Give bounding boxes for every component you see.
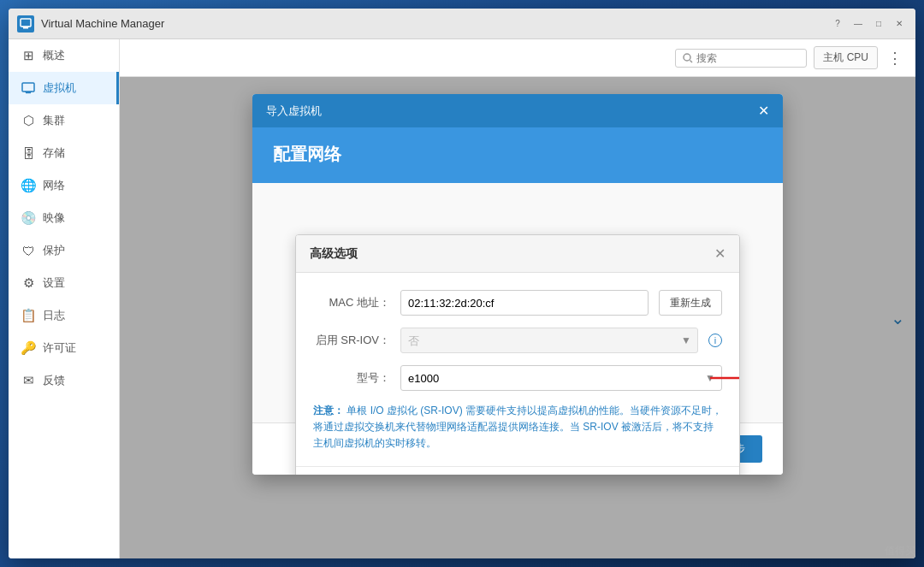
import-vm-dialog: 导入虚拟机 ✕ 配置网络 高级选项 ✕ (252, 94, 783, 475)
sidebar-item-vm[interactable]: 虚拟机 (9, 72, 119, 104)
svg-rect-3 (22, 83, 34, 92)
annotation-arrow (710, 368, 740, 388)
import-dialog-header: 导入虚拟机 ✕ (252, 94, 783, 127)
content-area: ⌄ 导入虚拟机 ✕ 配置网络 (120, 77, 915, 558)
sidebar-item-settings[interactable]: ⚙ 设置 (9, 267, 119, 299)
sidebar-label-feedback: 反馈 (43, 373, 65, 388)
sidebar-label-settings: 设置 (43, 275, 65, 291)
advanced-dialog-close-button[interactable]: ✕ (714, 245, 726, 262)
feedback-icon: ✉ (21, 373, 36, 388)
note-prefix: 注意： (313, 405, 344, 416)
mac-address-row: MAC 地址： 重新生成 (313, 290, 722, 316)
maximize-button[interactable]: □ (871, 16, 886, 32)
advanced-dialog-header: 高级选项 ✕ (296, 235, 739, 273)
sidebar-label-image: 映像 (43, 210, 65, 226)
model-select-wrapper: e1000 virtio ▼ (400, 365, 722, 391)
import-dialog-body: 高级选项 ✕ MAC 地址： 重新生成 (252, 183, 783, 422)
network-icon: 🌐 (21, 178, 36, 193)
sr-iov-label: 启用 SR-IOV： (313, 333, 390, 348)
sidebar-label-cluster: 集群 (43, 113, 65, 128)
sidebar-item-network[interactable]: 🌐 网络 (9, 169, 119, 202)
sr-iov-row: 启用 SR-IOV： 否 ▼ i (313, 328, 722, 353)
sidebar-item-feedback[interactable]: ✉ 反馈 (9, 364, 119, 397)
protection-icon: 🛡 (21, 243, 36, 258)
model-select[interactable]: e1000 virtio (400, 365, 722, 391)
log-icon: 📋 (21, 308, 36, 323)
sr-iov-select-wrapper: 否 ▼ (400, 328, 698, 353)
sidebar-item-protection[interactable]: 🛡 保护 (9, 234, 119, 267)
license-icon: 🔑 (21, 340, 36, 356)
sidebar-label-overview: 概述 (43, 48, 65, 63)
toolbar: 主机 CPU ⋮ (120, 39, 915, 77)
svg-rect-4 (26, 92, 31, 93)
minimize-button[interactable]: — (850, 16, 866, 32)
sidebar-label-log: 日志 (43, 308, 65, 323)
app-title: Virtual Machine Manager (41, 17, 830, 30)
note-text: 注意： 单根 I/O 虚拟化 (SR-IOV) 需要硬件支持以提高虚拟机的性能。… (313, 403, 722, 452)
search-box[interactable] (675, 49, 807, 68)
svg-point-6 (684, 54, 690, 61)
search-icon (683, 53, 693, 63)
regenerate-button[interactable]: 重新生成 (659, 290, 722, 316)
sr-iov-select[interactable]: 否 (400, 328, 698, 353)
advanced-options-dialog: 高级选项 ✕ MAC 地址： 重新生成 (295, 234, 740, 475)
vm-icon (21, 80, 36, 96)
mac-label: MAC 地址： (313, 295, 390, 310)
app-icon (17, 15, 34, 32)
sidebar-item-cluster[interactable]: ⬡ 集群 (9, 104, 119, 137)
sidebar-item-overview[interactable]: ⊞ 概述 (9, 39, 119, 72)
sidebar-item-license[interactable]: 🔑 许可证 (9, 332, 119, 364)
note-content: 单根 I/O 虚拟化 (SR-IOV) 需要硬件支持以提高虚拟机的性能。当硬件资… (313, 405, 722, 449)
storage-icon: 🗄 (21, 145, 36, 161)
image-icon: 💿 (21, 210, 36, 226)
import-dialog-close-button[interactable]: ✕ (758, 103, 769, 119)
sidebar-label-network: 网络 (43, 178, 65, 193)
sidebar-label-protection: 保护 (43, 243, 65, 258)
advanced-dialog-title: 高级选项 (310, 246, 358, 262)
model-select-inner: e1000 virtio ▼ (400, 365, 722, 391)
advanced-dialog-footer: 取消 确定 (296, 466, 739, 475)
svg-rect-0 (21, 19, 31, 27)
cluster-icon: ⬡ (21, 113, 36, 128)
window-controls: ? — □ ✕ (830, 16, 907, 32)
close-button[interactable]: ✕ (891, 16, 907, 32)
advanced-dialog-body: MAC 地址： 重新生成 启用 SR-IOV： 否 (296, 273, 739, 466)
svg-rect-1 (23, 27, 28, 29)
settings-icon: ⚙ (21, 275, 36, 291)
cpu-label: 主机 CPU (814, 46, 878, 69)
title-bar: Virtual Machine Manager ? — □ ✕ (9, 9, 915, 39)
svg-rect-5 (25, 92, 32, 92)
app-body: ⊞ 概述 虚拟机 ⬡ 集群 🗄 存储 (9, 39, 915, 558)
import-dialog-title: 导入虚拟机 (266, 103, 322, 119)
sidebar-item-image[interactable]: 💿 映像 (9, 202, 119, 234)
help-button[interactable]: ? (830, 16, 845, 32)
sidebar-label-license: 许可证 (43, 340, 76, 356)
sidebar-label-vm: 虚拟机 (43, 80, 76, 96)
more-options-button[interactable]: ⋮ (885, 48, 905, 68)
model-label: 型号： (313, 370, 390, 386)
sidebar: ⊞ 概述 虚拟机 ⬡ 集群 🗄 存储 (9, 39, 120, 558)
import-dialog-subtitle-text: 配置网络 (273, 145, 341, 163)
app-window: Virtual Machine Manager ? — □ ✕ ⊞ 概述 (9, 9, 915, 558)
import-dialog-subtitle: 配置网络 (252, 127, 783, 183)
svg-rect-2 (22, 27, 29, 27)
svg-line-7 (690, 60, 693, 62)
overview-icon: ⊞ (21, 48, 36, 63)
sidebar-item-log[interactable]: 📋 日志 (9, 299, 119, 332)
search-input[interactable] (696, 52, 799, 64)
sr-iov-info-icon[interactable]: i (708, 334, 722, 347)
main-content: 主机 CPU ⋮ ⌄ 导入虚拟机 ✕ 配置网络 (120, 39, 915, 558)
sidebar-item-storage[interactable]: 🗄 存储 (9, 137, 119, 169)
sidebar-label-storage: 存储 (43, 145, 65, 161)
mac-input[interactable] (400, 290, 649, 316)
model-row: 型号： e1000 virtio ▼ (313, 365, 722, 391)
